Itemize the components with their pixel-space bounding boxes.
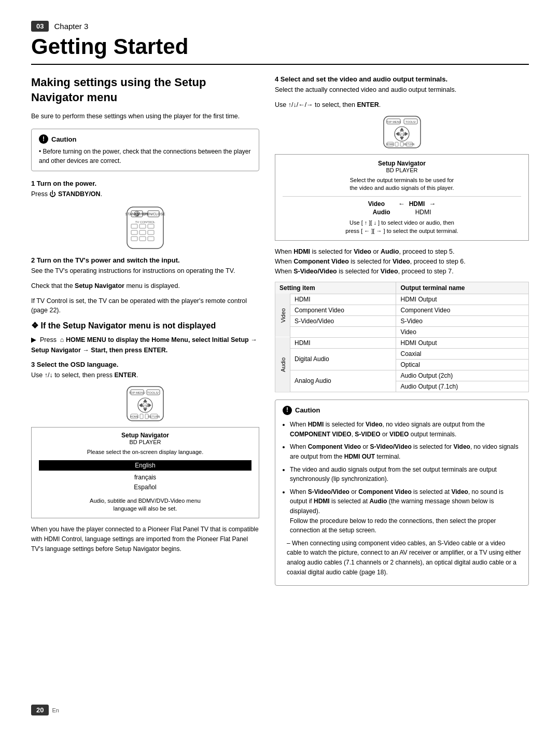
table-cell-component-item: Component Video bbox=[290, 305, 396, 315]
page-lang: En bbox=[52, 707, 59, 713]
remote-top-image: TOP MENU TOOLS/ ENTER HOME bbox=[31, 385, 259, 422]
svg-rect-12 bbox=[139, 230, 146, 235]
lang-others: françaisEspañol bbox=[39, 473, 251, 492]
remote-svg-step1: STANDBY/ON OPEN/CLOSE ⏻ TV CONTROL bbox=[117, 204, 174, 251]
svg-rect-11 bbox=[131, 230, 137, 235]
setting-table: Setting item Output terminal name Video … bbox=[275, 282, 529, 392]
hdmi-note: When HDMI is selected for Video or Audio… bbox=[275, 247, 529, 276]
nav-box3-note: Use [ ↑ ][ ↓ ] to select video or audio,… bbox=[283, 219, 521, 235]
remote-image-step1: STANDBY/ON OPEN/CLOSE ⏻ TV CONTROL bbox=[31, 204, 259, 251]
table-cell-analog-71ch: Audio Output (7.1ch) bbox=[396, 381, 529, 392]
svg-marker-42 bbox=[400, 137, 404, 140]
svg-rect-8 bbox=[131, 224, 137, 228]
caution-title-right: ! Caution bbox=[283, 405, 521, 416]
video-value: HDMI bbox=[409, 200, 425, 208]
caution-title-left: ! Caution bbox=[39, 134, 251, 144]
table-row-video-video: Video bbox=[275, 326, 529, 337]
sub-heading-not-displayed: ❖ If the Setup Navigator menu is not dis… bbox=[31, 321, 259, 330]
page-title: Getting Started bbox=[31, 35, 529, 65]
step4-text2: Use ↑/↓/←/→ to select, then ENTER. bbox=[275, 100, 529, 110]
video-audio-nav-box: Setup Navigator BD PLAYER Select the out… bbox=[275, 154, 529, 241]
caution-icon-left: ! bbox=[39, 134, 48, 144]
video-arrow-left: ← bbox=[398, 200, 405, 208]
nav-box2-title: Setup Navigator bbox=[39, 432, 251, 439]
nav-box3-subtitle: BD PLAYER bbox=[283, 167, 521, 173]
remote-top-right-svg: TOP MENU TOOLS/ ENTER HOME RETURN bbox=[377, 115, 427, 149]
table-cell-svideo-output: S-Video bbox=[396, 315, 529, 326]
nav-box3-title: Setup Navigator bbox=[283, 160, 521, 167]
table-row-audio-analog2ch: Analog Audio Audio Output (2ch) bbox=[275, 370, 529, 381]
caution-item-2: When Component Video or S-Video/Video is… bbox=[290, 442, 521, 461]
table-row-video-component: Component Video Component Video bbox=[275, 305, 529, 315]
svg-rect-31 bbox=[140, 414, 143, 419]
table-cell-component-output: Component Video bbox=[396, 305, 529, 315]
svg-marker-24 bbox=[143, 408, 147, 411]
page-footer: 20 En bbox=[31, 705, 59, 715]
table-header-output: Output terminal name bbox=[396, 282, 529, 294]
table-cell-digital-item: Digital Audio bbox=[290, 348, 396, 370]
caution-label-left: Caution bbox=[51, 135, 76, 143]
table-cell-svideo-item: S-Video/Video bbox=[290, 315, 396, 326]
audio-group-label: Audio bbox=[275, 337, 290, 392]
svg-text:TOP MENU: TOP MENU bbox=[386, 120, 401, 123]
step1-heading: 1 Turn on the power. bbox=[31, 180, 259, 187]
table-row-audio-digital: Digital Audio Coaxial bbox=[275, 348, 529, 359]
step4-heading: 4 Select and set the video and audio out… bbox=[275, 75, 529, 83]
caution-item-3: The video and audio signals output from … bbox=[290, 465, 521, 484]
caution-item-4: When S-Video/Video or Component Video is… bbox=[290, 487, 521, 535]
caution-item-5: – When connecting using component video … bbox=[287, 539, 521, 577]
chapter-label: Chapter 3 bbox=[54, 22, 88, 31]
svg-rect-16 bbox=[148, 237, 154, 241]
svg-text:ENTER: ENTER bbox=[140, 404, 151, 407]
caution-box-left: ! Caution • Before turning on the power,… bbox=[31, 129, 259, 171]
svg-text:TOOLS/: TOOLS/ bbox=[405, 120, 416, 123]
right-column: 4 Select and set the video and audio out… bbox=[275, 75, 529, 586]
audio-value: HDMI bbox=[415, 209, 431, 216]
step3-heading: 3 Select the OSD language. bbox=[31, 361, 259, 368]
remote-top-right: TOP MENU TOOLS/ ENTER HOME RETURN bbox=[275, 115, 529, 149]
svg-text:TOOLS/: TOOLS/ bbox=[147, 391, 159, 394]
svg-text:TOP MENU: TOP MENU bbox=[129, 391, 145, 394]
svg-text:RETURN: RETURN bbox=[403, 143, 414, 146]
table-row-video-svideo: S-Video/Video S-Video bbox=[275, 315, 529, 326]
step2-text1: See the TV's operating instructions for … bbox=[31, 266, 259, 276]
section-title: Making settings using the Setup Navigato… bbox=[31, 75, 259, 105]
video-arrow-right: → bbox=[429, 200, 436, 208]
svg-rect-50 bbox=[400, 142, 403, 146]
lang-note: Audio, subtitle and BDMV/DVD-Video menul… bbox=[39, 497, 251, 513]
svg-text:HOME: HOME bbox=[130, 415, 139, 418]
nav-box2-desc: Please select the on-screen display lang… bbox=[39, 448, 251, 456]
step3-text: Use ↑/↓ to select, then press ENTER. bbox=[31, 370, 259, 380]
chapter-badge-number: 03 bbox=[31, 21, 49, 32]
step2-text3: If TV Control is set, the TV can be oper… bbox=[31, 296, 259, 316]
svg-text:OPEN/CLOSE: OPEN/CLOSE bbox=[142, 212, 165, 216]
table-cell-audio-hdmi-output: HDMI Output bbox=[396, 337, 529, 348]
step1-text: Press ⏻ STANDBY/ON. bbox=[31, 189, 259, 199]
table-cell-video-item bbox=[290, 326, 396, 337]
table-cell-digital-optical: Optical bbox=[396, 359, 529, 370]
caution-text-left: • Before turning on the power, check tha… bbox=[39, 147, 251, 166]
svg-text:ENTER: ENTER bbox=[397, 133, 407, 136]
press-home-text: ▶ Press ⌂ HOME MENU to display the Home … bbox=[31, 335, 259, 355]
table-cell-hdmi-output: HDMI Output bbox=[396, 294, 529, 305]
table-cell-hdmi-item: HDMI bbox=[290, 294, 396, 305]
table-cell-analog-item: Analog Audio bbox=[290, 370, 396, 392]
table-row-video-hdmi: Video HDMI HDMI Output bbox=[275, 294, 529, 305]
step2-heading: 2 Turn on the TV's power and switch the … bbox=[31, 256, 259, 264]
table-cell-analog-2ch: Audio Output (2ch) bbox=[396, 370, 529, 381]
step2-text2: Check that the Setup Navigator menu is d… bbox=[31, 281, 259, 291]
bottom-note-left: When you have the player connected to a … bbox=[31, 525, 259, 554]
svg-marker-41 bbox=[400, 128, 404, 131]
content-area: Making settings using the Setup Navigato… bbox=[31, 75, 529, 586]
table-cell-audio-hdmi-item: HDMI bbox=[290, 337, 396, 348]
svg-rect-15 bbox=[139, 237, 146, 241]
caution-icon-right: ! bbox=[283, 406, 292, 415]
video-group-label: Video bbox=[275, 294, 290, 337]
svg-rect-9 bbox=[139, 224, 146, 228]
svg-rect-10 bbox=[148, 224, 154, 228]
svg-text:TV CONTROL: TV CONTROL bbox=[135, 221, 156, 224]
svg-rect-14 bbox=[131, 237, 137, 241]
table-cell-digital-coaxial: Coaxial bbox=[396, 348, 529, 359]
step4-text1: Select the actually connected video and … bbox=[275, 85, 529, 95]
page-number: 20 bbox=[31, 705, 49, 715]
